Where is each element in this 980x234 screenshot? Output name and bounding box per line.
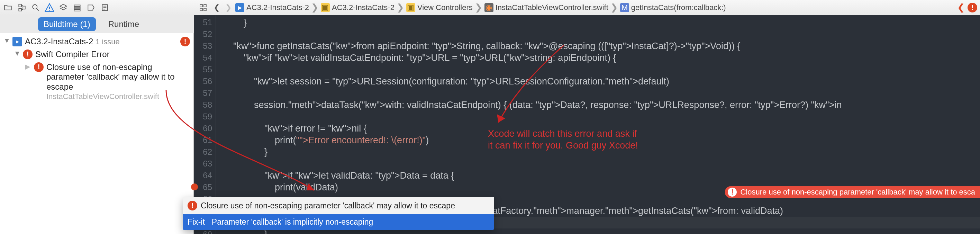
disclosure-icon[interactable]: ▼ bbox=[14, 49, 20, 57]
swift-file-icon: ◉ bbox=[484, 3, 493, 12]
tree-row-group[interactable]: ▼ Swift Compiler Error bbox=[0, 48, 193, 61]
jumpbar-error-indicator[interactable]: ❮ bbox=[957, 2, 977, 13]
breadcrumb-item-group[interactable]: ▣ AC3.2-InstaCats-2 bbox=[321, 3, 395, 12]
back-icon[interactable]: ❮ bbox=[212, 2, 221, 14]
breadcrumb-sep-icon: ❯ bbox=[396, 2, 404, 13]
issue-tabs: Buildtime (1) Runtime bbox=[0, 15, 194, 33]
fixit-message: Parameter 'callback' is implicitly non-e… bbox=[212, 217, 373, 227]
tests-nav-icon[interactable] bbox=[57, 2, 70, 14]
breadcrumb-item-method[interactable]: M getInstaCats(from:callback:) bbox=[620, 3, 726, 12]
fixit-label: Fix-it bbox=[188, 217, 205, 227]
error-icon bbox=[967, 3, 977, 13]
error-icon: ! bbox=[728, 188, 737, 197]
breadcrumb-item-group2[interactable]: ▣ View Controllers bbox=[406, 3, 473, 12]
issues-navigator: ▼ ▸ AC3.2-InstaCats-2 1 issue ▼ Swift Co… bbox=[0, 33, 194, 234]
svg-rect-2 bbox=[23, 6, 25, 9]
inline-error-text: Closure use of non-escaping parameter 'c… bbox=[740, 188, 975, 197]
folder-nav-icon[interactable] bbox=[2, 2, 14, 14]
folder-icon: ▣ bbox=[321, 3, 330, 12]
breadcrumb-item-project[interactable]: ▸ AC3.2-InstaCats-2 bbox=[235, 3, 309, 12]
svg-rect-11 bbox=[200, 8, 202, 11]
error-icon bbox=[34, 62, 44, 72]
disclosure-icon[interactable]: ▼ bbox=[3, 37, 10, 45]
app-icon: ▸ bbox=[13, 37, 22, 46]
breadcrumb-label: View Controllers bbox=[417, 3, 473, 12]
svg-point-4 bbox=[49, 10, 50, 11]
tab-runtime[interactable]: Runtime bbox=[103, 17, 145, 31]
issues-nav-icon[interactable] bbox=[43, 2, 56, 14]
breadcrumb-label: AC3.2-InstaCats-2 bbox=[332, 3, 395, 12]
popup-fixit-row[interactable]: Fix-it Parameter 'callback' is implicitl… bbox=[183, 214, 494, 230]
tree-row-project[interactable]: ▼ ▸ AC3.2-InstaCats-2 1 issue bbox=[0, 35, 193, 48]
forward-icon[interactable]: ❯ bbox=[224, 2, 233, 14]
issue-count: 1 issue bbox=[95, 37, 120, 46]
svg-rect-12 bbox=[204, 8, 206, 11]
breakpoint-nav-icon[interactable] bbox=[84, 2, 98, 14]
inline-error-banner[interactable]: ! Closure use of non-escaping parameter … bbox=[725, 186, 980, 198]
svg-rect-5 bbox=[74, 5, 80, 6]
popup-header[interactable]: Closure use of non-escaping parameter 'c… bbox=[183, 197, 494, 214]
debug-nav-icon[interactable] bbox=[71, 2, 84, 14]
search-nav-icon[interactable] bbox=[29, 2, 42, 14]
popup-title: Closure use of non-escaping parameter 'c… bbox=[201, 201, 455, 210]
tree-row-issue[interactable]: ▶ Closure use of non-escaping parameter … bbox=[0, 61, 193, 103]
folder-icon: ▣ bbox=[406, 3, 415, 12]
gutter-error-marker[interactable] bbox=[191, 183, 198, 190]
svg-rect-9 bbox=[200, 5, 202, 7]
breadcrumb-sep-icon: ❯ bbox=[311, 2, 319, 13]
breadcrumb-sep-icon: ❯ bbox=[611, 2, 618, 13]
error-icon bbox=[188, 201, 197, 210]
breadcrumb-label: getInstaCats(from:callback:) bbox=[631, 3, 726, 12]
breadcrumb-label: AC3.2-InstaCats-2 bbox=[247, 3, 309, 12]
svg-rect-7 bbox=[74, 10, 80, 11]
group-label: Swift Compiler Error bbox=[35, 49, 190, 59]
breadcrumb-sep-icon: ❯ bbox=[475, 2, 482, 13]
svg-rect-1 bbox=[19, 8, 21, 11]
project-name: AC3.2-InstaCats-2 bbox=[25, 37, 93, 46]
breadcrumb-item-file[interactable]: ◉ InstaCatTableViewController.swift bbox=[484, 3, 608, 12]
fixit-popup: Closure use of non-escaping parameter 'c… bbox=[183, 197, 494, 230]
svg-point-3 bbox=[33, 5, 37, 9]
svg-rect-10 bbox=[204, 5, 206, 7]
error-icon bbox=[23, 49, 33, 59]
report-nav-icon[interactable] bbox=[98, 2, 111, 14]
svg-rect-6 bbox=[74, 7, 80, 8]
related-items-icon[interactable] bbox=[197, 2, 210, 14]
jump-bar: ❮ ❯ ▸ AC3.2-InstaCats-2 ❯ ▣ AC3.2-InstaC… bbox=[194, 0, 980, 15]
project-icon: ▸ bbox=[235, 3, 244, 12]
breadcrumb-label: InstaCatTableViewController.swift bbox=[496, 3, 608, 12]
issue-title: Closure use of non-escaping parameter 'c… bbox=[46, 62, 190, 92]
hierarchy-nav-icon[interactable] bbox=[15, 2, 29, 14]
tab-buildtime[interactable]: Buildtime (1) bbox=[38, 17, 96, 31]
method-icon: M bbox=[620, 3, 629, 12]
disclosure-icon[interactable]: ▶ bbox=[25, 62, 31, 71]
issue-file: InstaCatTableViewController.swift bbox=[46, 92, 190, 101]
error-badge-icon bbox=[180, 37, 190, 46]
svg-rect-0 bbox=[19, 4, 21, 7]
